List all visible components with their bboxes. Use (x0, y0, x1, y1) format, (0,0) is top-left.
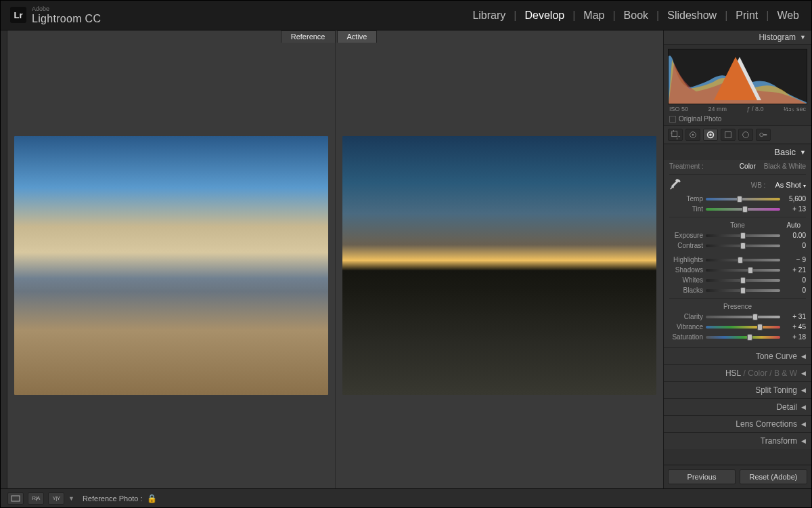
checkbox-icon[interactable] (669, 116, 676, 123)
previous-button[interactable]: Previous (668, 469, 736, 484)
tone-group-head: ToneAuto (669, 217, 806, 230)
module-book[interactable]: Book (621, 9, 651, 22)
meta-aperture: ƒ / 8.0 (746, 106, 763, 112)
reference-photo-label: Reference Photo : (83, 494, 143, 503)
original-photo-label: Original Photo (679, 115, 721, 123)
svg-point-7 (760, 133, 763, 136)
wb-label: WB : (751, 182, 766, 189)
active-image (342, 136, 656, 396)
triangle-left-icon: ◀ (801, 421, 806, 427)
histogram-meta: ISO 50 24 mm ƒ / 8.0 ¹⁄₁₂₅ sec (664, 104, 811, 114)
svg-rect-5 (725, 132, 731, 138)
module-web[interactable]: Web (774, 9, 802, 22)
app-window: Lr Adobe Lightroom CC Library| Develop| … (0, 0, 812, 508)
chevron-down-icon[interactable]: ▼ (68, 495, 74, 502)
module-picker: Library| Develop| Map| Book| Slideshow| … (470, 9, 802, 22)
whites-slider[interactable]: Whites0 (669, 275, 806, 285)
highlight-clip-icon[interactable] (668, 51, 805, 104)
treatment-row: Treatment : Color Black & White (669, 160, 806, 175)
blacks-slider[interactable]: Blacks0 (669, 285, 806, 295)
brand-small: Adobe (32, 6, 101, 13)
ref-active-view-button[interactable]: R|A (28, 492, 44, 505)
toolstrip (664, 126, 811, 144)
basic-title: Basic (774, 147, 796, 157)
reference-pane[interactable] (7, 43, 335, 488)
split-toning-panel[interactable]: Split Toning◀ (664, 381, 811, 398)
wb-dropdown[interactable]: As Shot ▾ (775, 181, 806, 189)
triangle-down-icon: ▼ (800, 34, 806, 41)
compare-tabs: Reference Active (7, 30, 663, 43)
treatment-color[interactable]: Color (740, 163, 756, 170)
triangle-left-icon: ◀ (801, 404, 806, 410)
histogram-title: Histogram (759, 33, 796, 42)
tone-curve-panel[interactable]: Tone Curve◀ (664, 347, 811, 364)
histogram[interactable] (668, 49, 807, 104)
svg-point-4 (709, 133, 712, 136)
highlights-slider[interactable]: Highlights− 9 (669, 255, 806, 265)
viewer: Reference Active (7, 30, 664, 488)
module-develop[interactable]: Develop (522, 9, 567, 22)
bottom-toolbar: R|A Y|Y ▼ Reference Photo : 🔒 (1, 488, 811, 507)
basic-header[interactable]: Basic ▼ (664, 144, 811, 160)
radial-filter-tool[interactable] (738, 129, 753, 141)
logo-mark-icon: Lr (10, 7, 26, 23)
brush-tool[interactable] (756, 129, 771, 141)
triangle-left-icon: ◀ (801, 387, 806, 394)
svg-point-2 (692, 134, 694, 136)
treatment-label: Treatment : (669, 163, 704, 170)
topbar: Lr Adobe Lightroom CC Library| Develop| … (1, 1, 811, 30)
redeye-tool[interactable] (703, 129, 718, 141)
temp-slider[interactable]: Temp5,600 (669, 194, 806, 204)
histogram-header[interactable]: Histogram ▼ (664, 30, 811, 45)
triangle-down-icon: ▼ (800, 149, 806, 156)
saturation-slider[interactable]: Saturation+ 18 (669, 332, 806, 342)
exposure-slider[interactable]: Exposure0.00 (669, 230, 806, 240)
shadows-slider[interactable]: Shadows+ 21 (669, 265, 806, 275)
crop-tool[interactable] (668, 129, 683, 141)
tint-slider[interactable]: Tint+ 13 (669, 204, 806, 214)
svg-rect-0 (672, 131, 677, 137)
brand-name: Lightroom CC (32, 13, 101, 25)
right-panel: Histogram ▼ ISO 50 24 mm ƒ / 8.0 ¹⁄₁₂₅ s… (664, 30, 811, 488)
presence-group-head: Presence (669, 298, 806, 312)
auto-tone-button[interactable]: Auto (786, 221, 800, 229)
hsl-panel[interactable]: HSL / Color / B & W ◀ (664, 364, 811, 381)
module-library[interactable]: Library (470, 9, 508, 22)
original-photo-row[interactable]: Original Photo (664, 114, 811, 126)
transform-panel[interactable]: Transform◀ (664, 432, 811, 449)
reference-tab[interactable]: Reference (281, 30, 336, 43)
canvas (7, 43, 663, 488)
meta-iso: ISO 50 (669, 106, 688, 112)
active-tab[interactable]: Active (337, 30, 378, 43)
app-logo: Lr Adobe Lightroom CC (10, 6, 101, 24)
treatment-bw[interactable]: Black & White (764, 163, 806, 170)
left-rail-collapsed[interactable] (1, 30, 7, 488)
triangle-left-icon: ◀ (801, 353, 806, 360)
detail-panel[interactable]: Detail◀ (664, 398, 811, 415)
loupe-view-button[interactable] (7, 492, 24, 505)
reference-image (14, 136, 328, 396)
before-after-view-button[interactable]: Y|Y (48, 492, 64, 505)
active-pane[interactable] (335, 43, 663, 488)
svg-rect-9 (12, 496, 20, 501)
basic-panel: Treatment : Color Black & White WB : As … (664, 160, 811, 347)
right-bottom-buttons: Previous Reset (Adobe) (664, 465, 811, 488)
module-map[interactable]: Map (581, 9, 607, 22)
lock-icon[interactable]: 🔒 (147, 494, 157, 503)
vibrance-slider[interactable]: Vibrance+ 45 (669, 322, 806, 332)
triangle-left-icon: ◀ (801, 370, 806, 377)
reset-button[interactable]: Reset (Adobe) (740, 469, 807, 484)
meta-shutter: ¹⁄₁₂₅ sec (784, 106, 806, 112)
meta-focal: 24 mm (708, 106, 727, 112)
clarity-slider[interactable]: Clarity+ 31 (669, 312, 806, 322)
contrast-slider[interactable]: Contrast0 (669, 240, 806, 251)
grad-filter-tool[interactable] (721, 129, 736, 141)
svg-point-6 (743, 132, 749, 138)
module-print[interactable]: Print (733, 9, 761, 22)
module-slideshow[interactable]: Slideshow (664, 9, 719, 22)
spot-tool[interactable] (685, 129, 700, 141)
triangle-left-icon: ◀ (801, 438, 806, 444)
svg-rect-8 (763, 134, 767, 135)
lens-corrections-panel[interactable]: Lens Corrections◀ (664, 415, 811, 432)
eyedropper-icon[interactable] (669, 179, 681, 191)
